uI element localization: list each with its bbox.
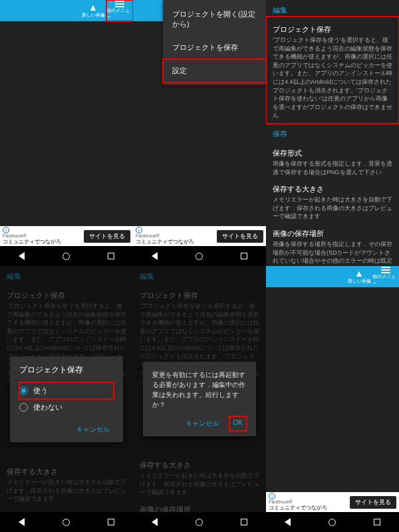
recent-button[interactable]	[241, 253, 247, 259]
back-button[interactable]	[19, 252, 25, 260]
back-button[interactable]	[19, 518, 25, 526]
info-icon: i	[3, 227, 9, 233]
home-button[interactable]	[329, 519, 336, 526]
radio-label: 使わない	[33, 402, 63, 412]
setting-desc: 画像を保存する場所を指定します．その保存場所が不可能な場合(SDカードがマウント…	[273, 240, 392, 265]
settings-header-edit: 編集	[266, 0, 399, 17]
menu-label: 他のメニュー	[372, 273, 399, 287]
setting-title: プロジェクト保存	[273, 25, 392, 35]
ok-button[interactable]: OK	[229, 416, 247, 431]
screen-3: 編集 プロジェクト保存 'プロジェクト保存を使う'を選択すると、後で再編集ができ…	[266, 0, 399, 266]
menu-label: 他のメニュー	[106, 7, 133, 21]
dialog-message: 変更を有効にするには再起動する必要があります．編集中の作業は失われます。続行しま…	[152, 370, 247, 410]
ad-banner[interactable]: i Facebook® コミュニティでつながろ サイトを見る	[133, 226, 266, 246]
info-icon: i	[136, 227, 142, 233]
radio-use[interactable]: 使う	[19, 382, 114, 399]
home-button[interactable]	[63, 253, 70, 260]
recent-button[interactable]	[241, 519, 247, 525]
app-topbar: ▲ 新しい画像 他のメニュー	[266, 266, 399, 287]
android-navbar	[133, 512, 266, 532]
ad-cta-button[interactable]: サイトを見る	[84, 230, 130, 243]
new-image-label: 新しい画像	[348, 278, 371, 285]
home-button[interactable]	[196, 519, 203, 526]
screen-5: 編集 プロジェクト保存 'プロジェクト保存を使う'を選択すると、後で再編集ができ…	[133, 266, 266, 532]
overflow-menu: プロジェクトを開く(設定から) プロジェクトを保存 設定	[163, 0, 266, 85]
setting-format[interactable]: 保存形式 画像を保存する形式を指定します．背景を透過で保存する場合はPNGを選ん…	[266, 140, 399, 176]
recent-button[interactable]	[108, 519, 114, 525]
menu-button[interactable]: 他のメニュー	[372, 266, 399, 287]
ad-banner[interactable]: i Facebook® コミュニティでつながろ サイトを見る	[266, 492, 399, 512]
setting-desc: 画像を保存する形式を指定します．背景を透過で保存する場合はPNGを選んで下さい	[273, 160, 392, 176]
setting-title: 保存形式	[273, 148, 392, 158]
back-button[interactable]	[152, 518, 158, 526]
info-icon: i	[269, 493, 275, 499]
ad-text: コミュニティでつながろ	[136, 239, 194, 245]
setting-size[interactable]: 保存する大きさ メモリエラーが起きた時は大きさを自動で下げます．保存される画像の…	[266, 176, 399, 221]
screen-6: ▲ 新しい画像 他のメニュー i Facebook® コミュニティでつながろ サ…	[266, 266, 399, 532]
menu-settings[interactable]: 設定	[163, 59, 266, 82]
setting-title: 保存する大きさ	[273, 184, 392, 194]
hamburger-icon	[381, 267, 390, 273]
recent-button[interactable]	[108, 253, 114, 259]
ad-banner[interactable]: i Facebook® コミュニティでつながろ サイトを見る	[0, 226, 133, 246]
radio-not-use[interactable]: 使わない	[19, 399, 114, 416]
android-navbar	[0, 246, 133, 266]
radio-icon-checked	[19, 386, 28, 395]
image-icon: ▲	[354, 269, 364, 278]
settings-header-save: 保存	[266, 124, 399, 140]
menu-open-project[interactable]: プロジェクトを開く(設定から)	[163, 3, 266, 36]
new-image-button[interactable]: ▲ 新しい画像	[346, 266, 372, 287]
android-navbar	[133, 246, 266, 266]
setting-desc: 'プロジェクト保存を使う'を選択すると、後で再編集ができるよう現在の編集状態を保…	[273, 36, 392, 120]
ad-brand: Facebook®	[3, 233, 61, 238]
screen-2: プロジェクトを開く(設定から) プロジェクトを保存 設定 i Facebook®…	[133, 0, 266, 266]
hamburger-icon	[115, 1, 124, 7]
project-save-dialog: プロジェクト保存 使う 使わない キャンセル	[10, 356, 123, 442]
setting-title: 画像の保存場所	[273, 229, 392, 239]
menu-button[interactable]: 他のメニュー	[106, 0, 133, 21]
ad-text: コミュニティでつながろ	[269, 505, 327, 511]
android-navbar	[266, 512, 399, 532]
cancel-button[interactable]: キャンセル	[72, 422, 114, 437]
home-button[interactable]	[196, 253, 203, 260]
home-button[interactable]	[63, 519, 70, 526]
dialog-scrim[interactable]: 変更を有効にするには再起動する必要があります．編集中の作業は失われます。続行しま…	[133, 266, 266, 532]
screen-1: ▲ 新しい画像 他のメニュー i Facebook® コミュニティでつながろ サ…	[0, 0, 133, 266]
recent-button[interactable]	[374, 519, 380, 525]
confirm-restart-dialog: 変更を有効にするには再起動する必要があります．編集中の作業は失われます。続行しま…	[143, 362, 256, 436]
radio-icon-unchecked	[19, 403, 28, 412]
ad-cta-button[interactable]: サイトを見る	[217, 230, 263, 243]
ad-cta-button[interactable]: サイトを見る	[350, 496, 396, 509]
new-image-button[interactable]: ▲ 新しい画像	[80, 0, 106, 21]
back-button[interactable]	[285, 518, 291, 526]
cancel-button[interactable]: キャンセル	[182, 416, 223, 431]
ad-brand: Facebook®	[269, 499, 327, 504]
android-navbar	[0, 512, 133, 532]
radio-label: 使う	[33, 386, 48, 396]
setting-project-save[interactable]: プロジェクト保存 'プロジェクト保存を使う'を選択すると、後で再編集ができるよう…	[266, 17, 399, 124]
ad-text: コミュニティでつながろ	[3, 239, 61, 245]
menu-save-project[interactable]: プロジェクトを保存	[163, 36, 266, 59]
dialog-scrim[interactable]: プロジェクト保存 使う 使わない キャンセル	[0, 266, 133, 532]
setting-location[interactable]: 画像の保存場所 画像を保存する場所を指定します．その保存場所が不可能な場合(SD…	[266, 221, 399, 265]
ad-brand: Facebook®	[136, 233, 194, 238]
setting-desc: メモリエラーが起きた時は大きさを自動で下げます．保存される画像の大きさはプレビュ…	[273, 196, 392, 221]
image-icon: ▲	[88, 3, 98, 12]
back-button[interactable]	[152, 252, 158, 260]
app-topbar: ▲ 新しい画像 他のメニュー	[0, 0, 133, 21]
screen-4: 編集 プロジェクト保存 'プロジェクト保存を使う'を選択すると、後で再編集ができ…	[0, 266, 133, 532]
dialog-title: プロジェクト保存	[19, 364, 114, 376]
new-image-label: 新しい画像	[82, 12, 105, 19]
